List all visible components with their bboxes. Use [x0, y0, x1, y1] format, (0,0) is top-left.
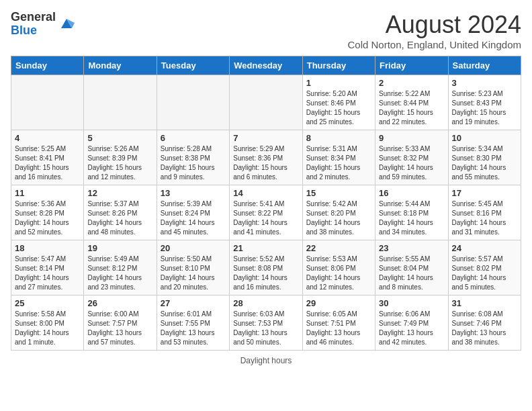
column-header-friday: Friday — [375, 56, 448, 75]
day-cell: 22Sunrise: 5:53 AM Sunset: 8:06 PM Dayli… — [302, 240, 375, 295]
day-info: Sunrise: 5:36 AM Sunset: 8:28 PM Dayligh… — [15, 199, 80, 237]
day-cell: 2Sunrise: 5:22 AM Sunset: 8:44 PM Daylig… — [375, 75, 448, 130]
day-cell: 16Sunrise: 5:44 AM Sunset: 8:18 PM Dayli… — [375, 185, 448, 240]
day-cell: 20Sunrise: 5:50 AM Sunset: 8:10 PM Dayli… — [157, 240, 229, 295]
day-info: Sunrise: 5:58 AM Sunset: 8:00 PM Dayligh… — [15, 310, 80, 347]
day-cell: 9Sunrise: 5:33 AM Sunset: 8:32 PM Daylig… — [375, 130, 448, 185]
logo-icon — [58, 16, 75, 32]
logo-general: General — [11, 11, 56, 24]
column-header-tuesday: Tuesday — [157, 56, 229, 75]
day-info: Sunrise: 5:55 AM Sunset: 8:04 PM Dayligh… — [379, 255, 444, 292]
column-header-saturday: Saturday — [448, 56, 521, 75]
day-cell: 3Sunrise: 5:23 AM Sunset: 8:43 PM Daylig… — [448, 75, 521, 130]
day-number: 21 — [233, 243, 298, 253]
column-header-sunday: Sunday — [11, 56, 84, 75]
day-info: Sunrise: 5:29 AM Sunset: 8:36 PM Dayligh… — [233, 144, 298, 182]
footer: Daylight hours — [11, 356, 521, 365]
day-number: 23 — [379, 243, 444, 253]
day-cell: 19Sunrise: 5:49 AM Sunset: 8:12 PM Dayli… — [84, 240, 157, 295]
day-info: Sunrise: 6:03 AM Sunset: 7:53 PM Dayligh… — [233, 310, 298, 347]
day-info: Sunrise: 5:31 AM Sunset: 8:34 PM Dayligh… — [306, 144, 371, 182]
column-header-wednesday: Wednesday — [230, 56, 302, 75]
day-info: Sunrise: 5:57 AM Sunset: 8:02 PM Dayligh… — [452, 255, 517, 292]
day-cell: 27Sunrise: 6:01 AM Sunset: 7:55 PM Dayli… — [157, 295, 229, 351]
week-row-4: 18Sunrise: 5:47 AM Sunset: 8:14 PM Dayli… — [11, 240, 521, 295]
logo: General Blue — [11, 11, 75, 38]
day-number: 12 — [87, 188, 152, 198]
day-info: Sunrise: 5:37 AM Sunset: 8:26 PM Dayligh… — [87, 199, 152, 237]
day-info: Sunrise: 5:33 AM Sunset: 8:32 PM Dayligh… — [379, 144, 444, 182]
day-number: 26 — [87, 298, 152, 308]
day-cell: 11Sunrise: 5:36 AM Sunset: 8:28 PM Dayli… — [11, 185, 84, 240]
day-cell: 28Sunrise: 6:03 AM Sunset: 7:53 PM Dayli… — [230, 295, 302, 351]
day-cell — [84, 75, 157, 130]
day-number: 14 — [233, 188, 298, 198]
day-cell: 14Sunrise: 5:41 AM Sunset: 8:22 PM Dayli… — [230, 185, 302, 240]
day-cell: 5Sunrise: 5:26 AM Sunset: 8:39 PM Daylig… — [84, 130, 157, 185]
day-number: 24 — [452, 243, 517, 253]
day-cell: 21Sunrise: 5:52 AM Sunset: 8:08 PM Dayli… — [230, 240, 302, 295]
title-block: August 2024 Cold Norton, England, United… — [348, 11, 522, 50]
week-row-5: 25Sunrise: 5:58 AM Sunset: 8:00 PM Dayli… — [11, 295, 521, 351]
day-cell — [11, 75, 84, 130]
day-info: Sunrise: 5:20 AM Sunset: 8:46 PM Dayligh… — [306, 89, 371, 127]
day-info: Sunrise: 5:28 AM Sunset: 8:38 PM Dayligh… — [161, 144, 226, 182]
day-number: 19 — [87, 243, 152, 253]
day-info: Sunrise: 5:22 AM Sunset: 8:44 PM Dayligh… — [379, 89, 444, 127]
day-info: Sunrise: 5:39 AM Sunset: 8:24 PM Dayligh… — [161, 199, 226, 237]
day-cell: 29Sunrise: 6:05 AM Sunset: 7:51 PM Dayli… — [302, 295, 375, 351]
day-cell: 24Sunrise: 5:57 AM Sunset: 8:02 PM Dayli… — [448, 240, 521, 295]
day-cell: 12Sunrise: 5:37 AM Sunset: 8:26 PM Dayli… — [84, 185, 157, 240]
day-info: Sunrise: 5:52 AM Sunset: 8:08 PM Dayligh… — [233, 255, 298, 292]
location: Cold Norton, England, United Kingdom — [348, 39, 522, 50]
day-number: 27 — [161, 298, 226, 308]
logo-blue: Blue — [11, 24, 56, 38]
week-row-3: 11Sunrise: 5:36 AM Sunset: 8:28 PM Dayli… — [11, 185, 521, 240]
day-cell: 17Sunrise: 5:45 AM Sunset: 8:16 PM Dayli… — [448, 185, 521, 240]
day-cell: 10Sunrise: 5:34 AM Sunset: 8:30 PM Dayli… — [448, 130, 521, 185]
day-number: 20 — [161, 243, 226, 253]
day-number: 18 — [15, 243, 80, 253]
day-number: 29 — [306, 298, 371, 308]
day-number: 25 — [15, 298, 80, 308]
day-info: Sunrise: 6:00 AM Sunset: 7:57 PM Dayligh… — [87, 310, 152, 347]
day-number: 4 — [15, 133, 80, 143]
day-cell: 30Sunrise: 6:06 AM Sunset: 7:49 PM Dayli… — [375, 295, 448, 351]
column-header-monday: Monday — [84, 56, 157, 75]
day-cell: 13Sunrise: 5:39 AM Sunset: 8:24 PM Dayli… — [157, 185, 229, 240]
day-info: Sunrise: 5:47 AM Sunset: 8:14 PM Dayligh… — [15, 255, 80, 292]
day-info: Sunrise: 5:26 AM Sunset: 8:39 PM Dayligh… — [87, 144, 152, 182]
header: General Blue August 2024 Cold Norton, En… — [11, 11, 521, 50]
column-header-thursday: Thursday — [302, 56, 375, 75]
day-number: 5 — [87, 133, 152, 143]
day-cell — [157, 75, 229, 130]
day-info: Sunrise: 5:41 AM Sunset: 8:22 PM Dayligh… — [233, 199, 298, 237]
day-number: 30 — [379, 298, 444, 308]
day-cell: 4Sunrise: 5:25 AM Sunset: 8:41 PM Daylig… — [11, 130, 84, 185]
header-row: SundayMondayTuesdayWednesdayThursdayFrid… — [11, 56, 521, 75]
day-number: 2 — [379, 78, 444, 88]
month-year: August 2024 — [348, 11, 522, 39]
day-cell: 25Sunrise: 5:58 AM Sunset: 8:00 PM Dayli… — [11, 295, 84, 351]
day-info: Sunrise: 5:42 AM Sunset: 8:20 PM Dayligh… — [306, 199, 371, 237]
daylight-label: Daylight hours — [240, 356, 292, 365]
calendar-table: SundayMondayTuesdayWednesdayThursdayFrid… — [11, 56, 521, 351]
day-number: 11 — [15, 188, 80, 198]
day-cell: 26Sunrise: 6:00 AM Sunset: 7:57 PM Dayli… — [84, 295, 157, 351]
day-number: 16 — [379, 188, 444, 198]
day-number: 13 — [161, 188, 226, 198]
day-cell: 23Sunrise: 5:55 AM Sunset: 8:04 PM Dayli… — [375, 240, 448, 295]
day-cell — [230, 75, 302, 130]
day-info: Sunrise: 5:45 AM Sunset: 8:16 PM Dayligh… — [452, 199, 517, 237]
day-info: Sunrise: 5:53 AM Sunset: 8:06 PM Dayligh… — [306, 255, 371, 292]
day-cell: 15Sunrise: 5:42 AM Sunset: 8:20 PM Dayli… — [302, 185, 375, 240]
day-number: 15 — [306, 188, 371, 198]
day-cell: 7Sunrise: 5:29 AM Sunset: 8:36 PM Daylig… — [230, 130, 302, 185]
day-cell: 8Sunrise: 5:31 AM Sunset: 8:34 PM Daylig… — [302, 130, 375, 185]
day-cell: 6Sunrise: 5:28 AM Sunset: 8:38 PM Daylig… — [157, 130, 229, 185]
day-number: 10 — [452, 133, 517, 143]
day-info: Sunrise: 6:06 AM Sunset: 7:49 PM Dayligh… — [379, 310, 444, 347]
day-info: Sunrise: 5:50 AM Sunset: 8:10 PM Dayligh… — [161, 255, 226, 292]
week-row-2: 4Sunrise: 5:25 AM Sunset: 8:41 PM Daylig… — [11, 130, 521, 185]
day-info: Sunrise: 6:05 AM Sunset: 7:51 PM Dayligh… — [306, 310, 371, 347]
